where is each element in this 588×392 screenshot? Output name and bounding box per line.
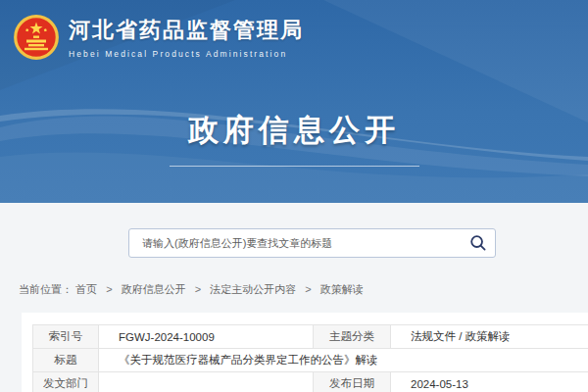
breadcrumb-prefix: 当前位置： [19,283,73,295]
search-button[interactable] [462,229,495,257]
breadcrumb-separator: > [305,283,311,295]
title-label: 标题 [33,349,99,372]
breadcrumb-item-home[interactable]: 首页 [75,283,97,295]
site-subtitle: Hebei Medical Products Administration [69,49,304,59]
breadcrumb-item-statutory-disclosure[interactable]: 法定主动公开内容 [210,283,296,295]
page-title: 政府信息公开 [0,110,588,151]
title-divider [170,166,419,167]
document-info-card: 索引号 FGWJ-2024-10009 主题分类 法规文件 / 政策解读 标题 … [22,313,588,392]
breadcrumb: 当前位置： 首页 > 政府信息公开 > 法定主动公开内容 > 政策解读 [19,282,364,297]
breadcrumb-separator: > [106,283,112,295]
table-row: 索引号 FGWJ-2024-10009 主题分类 法规文件 / 政策解读 [33,325,588,349]
document-info-table: 索引号 FGWJ-2024-10009 主题分类 法规文件 / 政策解读 标题 … [32,324,588,392]
national-emblem-icon [13,14,60,61]
search-input[interactable] [129,229,462,257]
site-brand[interactable]: 河北省药品监督管理局 Hebei Medical Products Admini… [13,14,304,61]
top-banner: 河北省药品监督管理局 Hebei Medical Products Admini… [0,0,588,203]
index-number-label: 索引号 [33,325,99,349]
topic-category-label: 主题分类 [314,325,391,349]
publish-date-label: 发布日期 [314,372,391,392]
breadcrumb-item-policy-interpretation[interactable]: 政策解读 [320,283,364,295]
table-row: 发文部门 发布日期 2024-05-13 [33,372,588,392]
breadcrumb-separator: > [195,283,201,295]
issuing-department-label: 发文部门 [33,372,99,392]
index-number-value: FGWJ-2024-10009 [99,325,314,349]
publish-date-value: 2024-05-13 [391,372,588,392]
breadcrumb-item-gov-info[interactable]: 政府信息公开 [122,283,186,295]
search-icon [469,234,487,252]
site-title: 河北省药品监督管理局 [69,16,304,45]
title-value: 《关于规范医疗器械产品分类界定工作的公告》解读 [99,349,588,372]
search-box [128,228,496,258]
topic-category-value: 法规文件 / 政策解读 [391,325,588,349]
issuing-department-value [99,372,314,392]
table-row: 标题 《关于规范医疗器械产品分类界定工作的公告》解读 [33,349,588,372]
